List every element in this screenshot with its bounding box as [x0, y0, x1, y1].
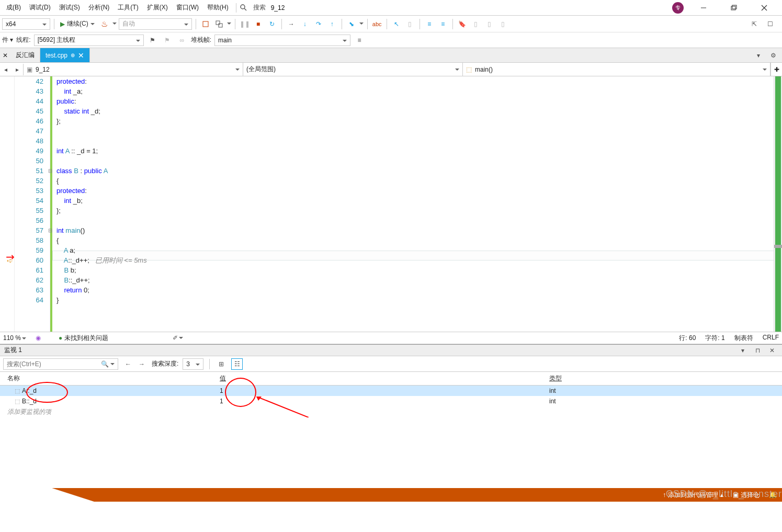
step-into-arrow-button[interactable]: ↓ — [299, 18, 311, 30]
code-line[interactable]: int _b; — [56, 196, 782, 206]
code-line[interactable]: return 0; — [56, 285, 782, 295]
cursor-button[interactable]: ↖ — [391, 18, 402, 30]
restart-button[interactable]: ↻ — [266, 18, 278, 30]
code-line[interactable]: protected: — [56, 76, 782, 86]
breakpoints-button[interactable]: ⬊ — [346, 18, 357, 30]
nav-back-button[interactable]: ← — [122, 358, 134, 370]
code-line[interactable] — [56, 156, 782, 166]
watch-add-placeholder[interactable]: 添加要监视的项 — [0, 406, 782, 417]
hot-reload-button[interactable]: ♨ — [99, 18, 110, 30]
thread-dropdown[interactable]: [5692] 主线程 — [34, 35, 144, 46]
auto-dropdown[interactable]: 自动 — [119, 18, 192, 30]
col-type-header[interactable]: 类型 — [549, 374, 782, 383]
col-value-header[interactable]: 值 — [220, 374, 549, 383]
close-icon[interactable]: ✕ — [78, 51, 84, 60]
health-indicator[interactable]: ◉ — [32, 332, 44, 344]
code-line[interactable]: { — [56, 235, 782, 245]
line-indicator[interactable]: 行: 60 — [679, 334, 696, 343]
code-line[interactable] — [56, 136, 782, 146]
bookmark-flag-button[interactable]: 🔖 — [457, 18, 468, 30]
close-icon[interactable]: ✕ — [766, 345, 778, 356]
menu-help[interactable]: 帮助(H) — [203, 1, 233, 14]
menu-extensions[interactable]: 扩展(X) — [143, 1, 172, 14]
code-line[interactable] — [56, 126, 782, 136]
close-tool-window-button[interactable]: ✕ — [0, 48, 10, 62]
menu-tools[interactable]: 工具(T) — [114, 1, 142, 14]
watch-row[interactable]: ⬚A::_d1int — [0, 386, 782, 396]
menu-test[interactable]: 测试(S) — [55, 1, 84, 14]
feedback-button[interactable]: ☐ — [764, 18, 776, 30]
tab-menu-button[interactable]: ▾ — [753, 50, 764, 61]
code-line[interactable]: B::_d++; — [56, 275, 782, 285]
prop-button[interactable]: ☷ — [231, 358, 243, 370]
project-scope-dropdown[interactable]: ▣9_12 — [24, 63, 243, 76]
watch-search-box[interactable]: 🔍 — [3, 358, 118, 370]
code-line[interactable]: } — [56, 295, 782, 305]
customize-button[interactable]: ≡ — [354, 35, 365, 46]
continue-button[interactable]: ▶ 继续(C) — [58, 18, 97, 29]
vertical-scrollbar[interactable] — [774, 76, 782, 332]
tab-test-cpp[interactable]: test.cpp ⊕ ✕ — [40, 48, 90, 62]
code-line[interactable]: ➪ A::_d++; 已用时间 <= 5ms — [56, 255, 782, 265]
code-line[interactable]: }; — [56, 116, 782, 126]
step-over-button[interactable] — [213, 18, 225, 30]
step-next-button[interactable]: → — [286, 18, 297, 30]
depth-dropdown[interactable]: 3 — [183, 358, 203, 370]
share-button[interactable]: ⇱ — [749, 18, 760, 30]
col-name-header[interactable]: 名称 — [0, 374, 220, 383]
tab-disassembly[interactable]: 反汇编 — [10, 48, 40, 62]
text-button[interactable]: abc — [371, 18, 383, 30]
step-into-button[interactable] — [200, 18, 211, 30]
solution-name-field[interactable] — [269, 3, 295, 13]
stack-frame-dropdown[interactable]: main — [214, 35, 350, 46]
code-line[interactable]: int _a; — [56, 86, 782, 96]
minimize-button[interactable] — [693, 0, 714, 16]
code-line[interactable]: ⊟int main() — [56, 225, 782, 235]
code-line[interactable]: static int _d; — [56, 106, 782, 116]
function-scope-dropdown[interactable]: ⬚main() — [463, 63, 770, 76]
step-out-button[interactable]: ↑ — [326, 18, 338, 30]
gear-icon[interactable]: ⚙ — [767, 50, 779, 61]
flag-button[interactable]: ⚑ — [147, 35, 158, 46]
code-line[interactable]: B b; — [56, 265, 782, 275]
nav-forward-button[interactable]: → — [136, 358, 148, 370]
char-indicator[interactable]: 字符: 1 — [705, 334, 724, 343]
code-line[interactable]: }; — [56, 206, 782, 216]
code-line[interactable]: int A :: _d = 1; — [56, 146, 782, 156]
tree-button[interactable]: ⊞ — [216, 358, 227, 370]
code-line[interactable]: A a; — [56, 245, 782, 255]
code-area[interactable]: protected: int _a;public: static int _d;… — [50, 76, 782, 332]
back-nav-button[interactable]: ◂ — [0, 64, 12, 75]
menu-window[interactable]: 窗口(W) — [172, 1, 203, 14]
menu-build[interactable]: 成(B) — [2, 1, 25, 14]
notification-bell-button[interactable]: 🔔 — [769, 491, 777, 499]
platform-dropdown[interactable]: x64 — [2, 18, 50, 30]
class-scope-dropdown[interactable]: (全局范围) — [243, 63, 463, 76]
search-icon[interactable] — [240, 4, 248, 12]
outdent-button[interactable]: ≡ — [437, 18, 449, 30]
close-button[interactable] — [754, 0, 775, 16]
code-line[interactable]: public: — [56, 96, 782, 106]
encoding-indicator[interactable]: CRLF — [763, 334, 779, 343]
menu-debug[interactable]: 调试(D) — [25, 1, 55, 14]
code-line[interactable] — [56, 216, 782, 225]
stop-button[interactable]: ■ — [253, 18, 264, 30]
source-control-button[interactable]: ↑ 添加到源代码管理 ▴ — [663, 491, 723, 500]
brush-icon[interactable]: ✐ — [172, 332, 184, 344]
collapse-toggle[interactable]: ⊟ — [48, 166, 52, 176]
zoom-level[interactable]: 110 % — [3, 334, 26, 342]
split-button[interactable]: ✚ — [770, 63, 782, 76]
maximize-button[interactable] — [723, 0, 744, 16]
step-over-arrow-button[interactable]: ↷ — [313, 18, 324, 30]
watch-search-input[interactable] — [7, 360, 101, 368]
fwd-nav-button[interactable]: ▸ — [12, 64, 23, 75]
menu-analyze[interactable]: 分析(N) — [84, 1, 114, 14]
code-line[interactable]: ⊟class B : public A — [56, 166, 782, 176]
pin-icon[interactable]: ⊕ — [71, 52, 75, 58]
code-line[interactable]: { — [56, 176, 782, 186]
tabs-indicator[interactable]: 制表符 — [734, 334, 753, 343]
code-line[interactable]: protected: — [56, 186, 782, 196]
indent-button[interactable]: ≡ — [424, 18, 435, 30]
breakpoint-margin[interactable] — [0, 76, 15, 332]
code-editor[interactable]: ↗ 42434445464748495051525354555657585960… — [0, 76, 782, 332]
